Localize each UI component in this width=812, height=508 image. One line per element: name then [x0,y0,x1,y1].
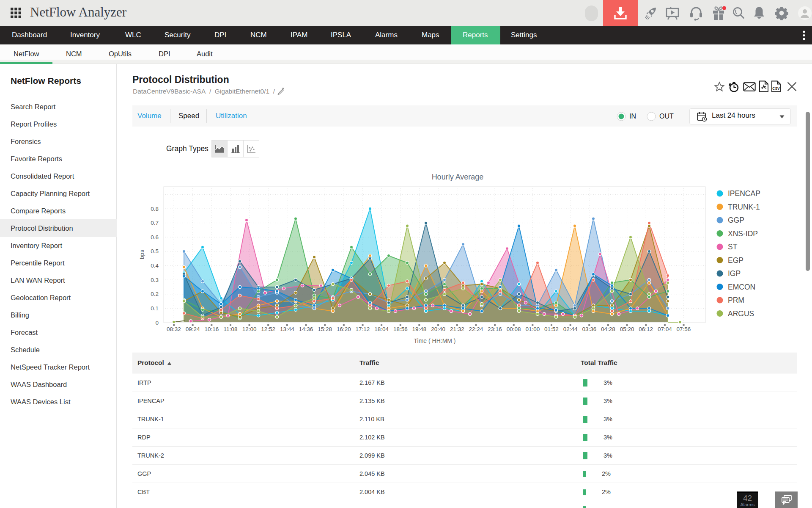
svg-text:Time ( HH:MM ): Time ( HH:MM ) [414,337,455,344]
svg-text:18:04: 18:04 [374,326,389,332]
svg-text:18:56: 18:56 [393,326,408,332]
svg-text:0: 0 [155,320,159,326]
svg-text:17:12: 17:12 [356,326,370,332]
svg-text:13:44: 13:44 [280,326,294,332]
svg-text:01:00: 01:00 [525,326,540,332]
svg-text:0.1: 0.1 [151,305,159,312]
svg-text:19:48: 19:48 [412,326,427,332]
svg-text:Hourly Average: Hourly Average [432,173,484,181]
svg-text:02:44: 02:44 [563,326,578,332]
svg-text:21:32: 21:32 [450,326,464,332]
svg-text:EGP: EGP [728,256,743,265]
svg-text:CSV: CSV [772,86,780,91]
svg-text:14:36: 14:36 [299,326,313,332]
svg-text:03:36: 03:36 [582,326,596,332]
svg-text:01:52: 01:52 [544,326,559,332]
svg-text:06:12: 06:12 [639,326,653,332]
svg-text:0.7: 0.7 [151,220,159,226]
svg-text:IGP: IGP [728,269,741,278]
svg-text:07:56: 07:56 [677,326,691,332]
svg-text:0.6: 0.6 [151,234,159,240]
svg-text:22:24: 22:24 [469,326,483,332]
svg-text:12:52: 12:52 [261,326,275,332]
svg-text:07:04: 07:04 [658,326,672,332]
svg-text:12:00: 12:00 [242,326,257,332]
svg-text:0.8: 0.8 [151,206,159,212]
svg-text:10:16: 10:16 [204,326,219,332]
svg-text:ARGUS: ARGUS [728,309,754,318]
svg-text:05:20: 05:20 [620,326,634,332]
svg-text:PRM: PRM [728,296,744,304]
svg-text:0.5: 0.5 [151,248,159,254]
svg-text:ST: ST [728,243,738,251]
svg-text:16:20: 16:20 [337,326,351,332]
svg-text:08:32: 08:32 [167,326,181,332]
svg-text:04:28: 04:28 [601,326,615,332]
svg-text:11:08: 11:08 [224,326,238,332]
svg-text:0.2: 0.2 [151,291,159,297]
svg-text:00:08: 00:08 [507,326,521,332]
svg-text:0.3: 0.3 [151,277,159,283]
svg-text:09:24: 09:24 [186,326,200,332]
svg-text:20:40: 20:40 [431,326,445,332]
svg-text:bps: bps [139,250,145,259]
svg-text:XNS-IDP: XNS-IDP [728,229,758,238]
svg-text:0.4: 0.4 [151,262,159,269]
svg-text:IPENCAP: IPENCAP [728,189,760,198]
svg-text:EMCON: EMCON [728,283,755,291]
svg-text:15:28: 15:28 [318,326,332,332]
svg-text:23:16: 23:16 [488,326,502,332]
svg-text:GGP: GGP [728,216,744,224]
svg-text:TRUNK-1: TRUNK-1 [728,203,760,211]
